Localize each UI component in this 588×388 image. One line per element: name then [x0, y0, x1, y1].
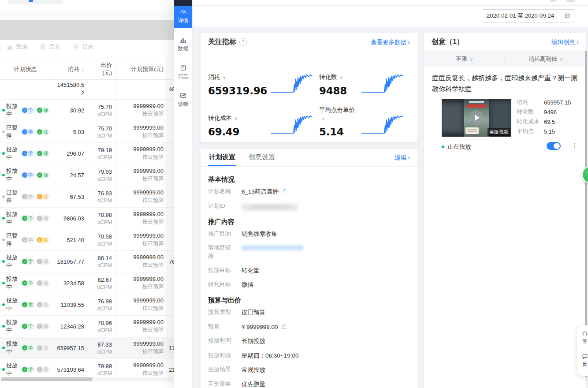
table-row[interactable]: 投放中✓学✓保3234.5882.67oCPM9999999.00按日预算 — [0, 272, 193, 294]
edit-creative-link[interactable]: 编辑创意› — [551, 38, 579, 46]
table-row[interactable]: 投放中✓学✓保9806.0378.98oCPM9999999.00按日预算 — [0, 208, 193, 229]
badge-glyph-icon: ¥ — [37, 237, 42, 242]
budget-cell: 9999999.00按日预算 — [116, 100, 167, 121]
plan-badge-学: ◔学 — [21, 129, 35, 135]
float-button-label: 反 — [582, 361, 588, 368]
table-row[interactable]: 投放中◔学✓保30.9275.70oCPM9999999.00按日预算 — [0, 100, 193, 121]
bid-value: 79.99 — [97, 363, 112, 369]
badge-glyph-icon: ✓ — [22, 345, 27, 351]
drawer-nav-详情[interactable]: 详情 — [174, 6, 192, 28]
budget-type: 按日预算 — [142, 240, 164, 247]
badge-char: 保 — [43, 259, 48, 265]
play-icon[interactable] — [469, 110, 484, 125]
date-range-picker[interactable]: 2020-02-01 至 2020-09-24 — [482, 9, 575, 22]
status-dot — [2, 368, 5, 371]
float-button-反[interactable]: 反 — [581, 353, 588, 368]
page-tab-日志[interactable]: 日志 — [73, 43, 93, 51]
metric-转化成本: 转化成本∨69.49 — [208, 97, 319, 138]
bid-cell: 79.93oCPM — [88, 164, 116, 186]
creative-filter-不限[interactable]: 不限∨ — [424, 55, 505, 63]
status-dot — [2, 195, 5, 198]
metric-sparkline — [361, 74, 410, 97]
table-row[interactable]: 投放中✓学✓保11039.5576.98oCPM9999999.00按日预算 — [0, 294, 193, 316]
metric-label-row[interactable]: 平均点击单价∨ — [319, 106, 358, 122]
table-row[interactable]: 已暂停×学◔保67.5376.93oCPM9999999.00按日预算 — [0, 186, 193, 208]
creative-stat-value: 9496 — [544, 109, 557, 116]
cost-value: 12346.28 — [60, 323, 84, 330]
table-row[interactable]: 投放中◔学✓保24.5779.93oCPM9999999.00按日预算 — [0, 164, 193, 186]
status-dot — [2, 174, 5, 176]
page-tab-受众[interactable]: 受众 — [40, 43, 60, 51]
plan-badge-保: ◔保 — [36, 194, 50, 200]
table-row[interactable]: 投放中✓学✓保181057.7786.14oCPM9999999.00按日预算7… — [0, 251, 193, 272]
metric-value: 9488 — [319, 85, 358, 97]
budget-cell: 9999999.00按日预算 — [116, 143, 167, 164]
table-row[interactable]: 投放中✓学✓保659957.1587.33oCPM9999999.00按日预算1… — [0, 337, 193, 359]
bid-type: oCPM — [97, 327, 112, 333]
metric-label: 转化成本 — [208, 115, 232, 121]
plan-badge-学: ✓学 — [21, 302, 35, 308]
float-button-客[interactable]: 客 — [581, 330, 588, 345]
cost-value: 659957.15 — [57, 345, 84, 351]
metrics-card-title: 关注指标 — [208, 37, 236, 47]
budget-cell: 9999999.00按日预算 — [116, 337, 167, 358]
settings-row: 计划名称8_13药店囊肿 — [208, 187, 410, 196]
creative-video-thumbnail[interactable]: 竖版视频 — [442, 99, 511, 137]
metric-label-row[interactable]: 转化数∨ — [319, 73, 358, 81]
more-actions-icon[interactable]: ⋮ — [571, 142, 578, 149]
settings-value: 星期四：06:30~19:00 — [242, 351, 298, 360]
bid-value: 82.67 — [97, 276, 112, 283]
settings-value-text: 按日预算 — [242, 308, 265, 317]
view-more-data-link[interactable]: 查看更多数据› — [371, 38, 410, 46]
drawer-nav-诊断[interactable]: 诊断 — [174, 88, 192, 112]
tab-创意设置[interactable]: 创意设置 — [248, 153, 276, 166]
bid-cell: 75.70oCPM — [88, 100, 116, 121]
badge-char: 保 — [43, 280, 48, 286]
plan-status-text: 投放中 — [6, 210, 20, 226]
bid-value: 76.93 — [97, 190, 112, 197]
campaign-list-page: |数据受众日志 计划状态消耗▲▼出价(元)计划预算(元)展现1451580.52… — [0, 0, 193, 388]
creative-stat-row: 转化成本69.5 — [517, 117, 583, 127]
cost-cell: 521.40 — [51, 229, 88, 250]
edit-pencil-icon[interactable] — [281, 323, 287, 328]
badge-glyph-icon: ◔ — [37, 194, 42, 199]
bid-type: oCPM — [97, 306, 112, 312]
campaign-table: 计划状态消耗▲▼出价(元)计划预算(元)展现1451580.5248投放中◔学✓… — [0, 59, 193, 381]
metric-label-row[interactable]: 消耗∨ — [208, 73, 267, 81]
creative-stat-value: 69.5 — [544, 119, 555, 125]
badge-glyph-icon: ✓ — [22, 367, 27, 372]
summary-value: 1451580.52 — [55, 81, 84, 98]
help-icon[interactable]: ? — [239, 38, 247, 46]
page-tab-数据[interactable]: 数据 — [7, 43, 27, 51]
redacted-landing-url — [242, 245, 303, 250]
chevron-down-icon: ∨ — [223, 75, 226, 80]
table-row[interactable]: 已暂停◔学✓保5.0375.70oCPM9999999.00按日预算 — [0, 121, 193, 143]
bid-cell: 78.96oCPM — [88, 316, 116, 337]
drawer-content: 2020-02-01 至 2020-09-24 关注指标 ? 查看更多数据› 消… — [193, 0, 588, 388]
edit-pencil-icon[interactable] — [282, 187, 287, 193]
creative-enable-toggle[interactable] — [547, 142, 561, 150]
table-row[interactable]: 投放中◔学✓保296.0779.19oCPM9999999.00按日预算 — [0, 143, 193, 164]
drawer-nav-label: 日志 — [178, 73, 189, 80]
badge-char: 学 — [28, 108, 33, 113]
edit-plan-link[interactable]: 编辑› — [394, 153, 410, 162]
chevron-right-icon: › — [408, 38, 410, 45]
sort-icon[interactable]: ▲▼ — [81, 67, 84, 71]
drawer-nav-日志[interactable]: 日志 — [174, 60, 192, 84]
table-row[interactable]: 已暂停×学¥赔521.4070.58oCPM9999999.00按日预算 — [0, 229, 193, 251]
horizontal-scrollbar[interactable] — [1, 377, 93, 381]
bid-cell: 79.19oCPM — [88, 143, 116, 164]
drawer-nav-数据[interactable]: 数据 — [174, 33, 192, 56]
plan-status-cell: 投放中✓学✓保 — [0, 316, 51, 337]
drawer-nav-label: 详情 — [178, 17, 189, 25]
column-header-消耗[interactable]: 消耗▲▼ — [51, 59, 88, 79]
metric-label-row[interactable]: 转化成本∨ — [208, 114, 267, 122]
settings-value: 8_13药店囊肿 — [242, 187, 287, 196]
gauge-icon — [179, 8, 187, 16]
bid-type: oCPM — [97, 133, 112, 139]
table-row[interactable]: 投放中✓学✓保12346.2878.96oCPM9999999.00按日预算 — [0, 316, 193, 337]
audience-icon — [40, 44, 46, 50]
cost-cell: 30.92 — [51, 100, 88, 121]
tab-计划设置[interactable]: 计划设置 — [208, 153, 236, 166]
creative-filter-消耗高到低[interactable]: 消耗高到低∨ — [506, 55, 587, 63]
